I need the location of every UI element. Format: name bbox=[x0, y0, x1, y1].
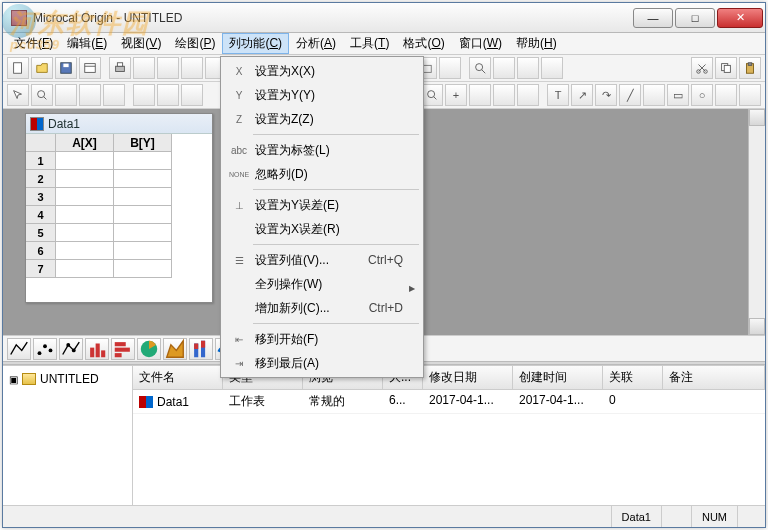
worksheet-titlebar[interactable]: Data1 bbox=[26, 114, 212, 134]
list-header-name[interactable]: 文件名 bbox=[133, 366, 223, 389]
template-button[interactable] bbox=[79, 57, 101, 79]
menu-format[interactable]: 格式(O) bbox=[396, 33, 451, 54]
menu-set-values[interactable]: ☰设置列值(V)...Ctrl+Q bbox=[223, 248, 421, 272]
tree-root[interactable]: ▣ UNTITLED bbox=[9, 372, 126, 386]
list-header-memo[interactable]: 备注 bbox=[663, 366, 765, 389]
results-button[interactable] bbox=[439, 57, 461, 79]
crosshair-tool[interactable]: + bbox=[445, 84, 467, 106]
column-plot-button[interactable] bbox=[111, 338, 135, 360]
project-explorer-button[interactable] bbox=[493, 57, 515, 79]
cell[interactable] bbox=[114, 152, 172, 170]
line-tool[interactable]: ╱ bbox=[619, 84, 641, 106]
cell[interactable] bbox=[114, 188, 172, 206]
cell[interactable] bbox=[56, 170, 114, 188]
add-column-button[interactable] bbox=[541, 57, 563, 79]
menu-add-column[interactable]: 增加新列(C)...Ctrl+D bbox=[223, 296, 421, 320]
row-header[interactable]: 3 bbox=[26, 188, 56, 206]
cell[interactable] bbox=[56, 242, 114, 260]
list-row[interactable]: Data1 工作表 常规的 6... 2017-04-1... 2017-04-… bbox=[133, 390, 765, 414]
cell[interactable] bbox=[114, 224, 172, 242]
menu-window[interactable]: 窗口(W) bbox=[452, 33, 509, 54]
row-header[interactable]: 5 bbox=[26, 224, 56, 242]
menu-set-y[interactable]: Y设置为Y(Y) bbox=[223, 83, 421, 107]
text-tool[interactable]: T bbox=[547, 84, 569, 106]
layout-tool-1[interactable] bbox=[133, 84, 155, 106]
cell[interactable] bbox=[56, 224, 114, 242]
minimize-button[interactable]: — bbox=[633, 8, 673, 28]
menu-edit[interactable]: 编辑(E) bbox=[60, 33, 114, 54]
tb-btn-7[interactable] bbox=[157, 57, 179, 79]
new-button[interactable] bbox=[7, 57, 29, 79]
data-reader-tool[interactable] bbox=[469, 84, 491, 106]
polyline-tool[interactable] bbox=[643, 84, 665, 106]
line-scatter-button[interactable] bbox=[59, 338, 83, 360]
cell[interactable] bbox=[114, 260, 172, 278]
layout-tool-3[interactable] bbox=[181, 84, 203, 106]
maximize-button[interactable]: □ bbox=[675, 8, 715, 28]
zoom-button[interactable] bbox=[469, 57, 491, 79]
tb-btn-8[interactable] bbox=[181, 57, 203, 79]
cell[interactable] bbox=[114, 242, 172, 260]
line-plot-button[interactable] bbox=[7, 338, 31, 360]
menu-set-label[interactable]: abc设置为标签(L) bbox=[223, 138, 421, 162]
cell[interactable] bbox=[56, 260, 114, 278]
menu-set-x[interactable]: X设置为X(X) bbox=[223, 59, 421, 83]
cell[interactable] bbox=[114, 170, 172, 188]
menu-file[interactable]: 文件(F) bbox=[7, 33, 60, 54]
pie-plot-button[interactable] bbox=[137, 338, 161, 360]
menu-set-z[interactable]: Z设置为Z(Z) bbox=[223, 107, 421, 131]
row-header[interactable]: 6 bbox=[26, 242, 56, 260]
region-tool-2[interactable] bbox=[739, 84, 761, 106]
code-builder-button[interactable] bbox=[517, 57, 539, 79]
menu-help[interactable]: 帮助(H) bbox=[509, 33, 564, 54]
cell[interactable] bbox=[56, 206, 114, 224]
scatter-plot-button[interactable] bbox=[33, 338, 57, 360]
reader-tool[interactable] bbox=[55, 84, 77, 106]
save-button[interactable] bbox=[55, 57, 77, 79]
menu-view[interactable]: 视图(V) bbox=[114, 33, 168, 54]
menu-set-xerr[interactable]: 设置为X误差(R) bbox=[223, 217, 421, 241]
workspace-vscrollbar[interactable] bbox=[748, 109, 765, 335]
menu-set-yerr[interactable]: ⊥设置为Y误差(E) bbox=[223, 193, 421, 217]
pointer-tool[interactable] bbox=[7, 84, 29, 106]
print-button[interactable] bbox=[109, 57, 131, 79]
col-header-b[interactable]: B[Y] bbox=[114, 134, 172, 152]
menu-move-first[interactable]: ⇤移到开始(F) bbox=[223, 327, 421, 351]
circle-tool[interactable]: ○ bbox=[691, 84, 713, 106]
worksheet-window[interactable]: Data1 A[X] B[Y] 1 2 3 4 5 6 7 bbox=[25, 113, 213, 303]
cell[interactable] bbox=[56, 188, 114, 206]
data-selector-tool[interactable] bbox=[493, 84, 515, 106]
project-tree[interactable]: ▣ UNTITLED bbox=[3, 366, 133, 505]
cell[interactable] bbox=[114, 206, 172, 224]
rect-tool[interactable]: ▭ bbox=[667, 84, 689, 106]
expand-icon[interactable]: ▣ bbox=[9, 374, 18, 385]
open-button[interactable] bbox=[31, 57, 53, 79]
list-header-mdate[interactable]: 修改日期 bbox=[423, 366, 513, 389]
arrow-tool[interactable]: ↗ bbox=[571, 84, 593, 106]
paste-button[interactable] bbox=[739, 57, 761, 79]
fill-area-button[interactable] bbox=[163, 338, 187, 360]
mask-tool[interactable] bbox=[103, 84, 125, 106]
menu-analysis[interactable]: 分析(A) bbox=[289, 33, 343, 54]
cut-button[interactable] bbox=[691, 57, 713, 79]
polygon-tool[interactable] bbox=[715, 84, 737, 106]
region-tool[interactable] bbox=[79, 84, 101, 106]
menu-disregard[interactable]: NONE忽略列(D) bbox=[223, 162, 421, 186]
list-header-link[interactable]: 关联 bbox=[603, 366, 663, 389]
list-header-cdate[interactable]: 创建时间 bbox=[513, 366, 603, 389]
stack-bar-button[interactable] bbox=[189, 338, 213, 360]
curved-arrow-tool[interactable]: ↷ bbox=[595, 84, 617, 106]
corner-cell[interactable] bbox=[26, 134, 56, 152]
tb-btn-6[interactable] bbox=[133, 57, 155, 79]
draw-data-tool[interactable] bbox=[517, 84, 539, 106]
copy-button[interactable] bbox=[715, 57, 737, 79]
menu-fill-column[interactable]: 全列操作(W) bbox=[223, 272, 421, 296]
layout-tool-2[interactable] bbox=[157, 84, 179, 106]
row-header[interactable]: 7 bbox=[26, 260, 56, 278]
menu-plot[interactable]: 绘图(P) bbox=[168, 33, 222, 54]
zoom-in-tool[interactable] bbox=[421, 84, 443, 106]
col-header-a[interactable]: A[X] bbox=[56, 134, 114, 152]
menu-move-last[interactable]: ⇥移到最后(A) bbox=[223, 351, 421, 375]
close-button[interactable]: ✕ bbox=[717, 8, 763, 28]
mag-tool[interactable] bbox=[31, 84, 53, 106]
